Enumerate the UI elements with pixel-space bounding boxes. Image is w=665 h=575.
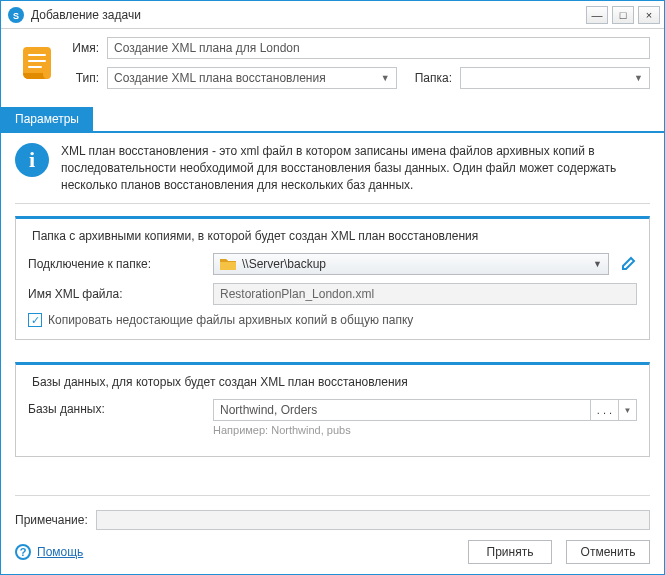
tab-parameters[interactable]: Параметры (1, 107, 93, 131)
chevron-down-icon: ▼ (624, 406, 632, 415)
group-backup-folder: Папка с архивными копиями, в которой буд… (15, 216, 650, 340)
connection-select[interactable]: \\Server\backup ▼ (213, 253, 609, 275)
type-select[interactable]: Создание XML плана восстановления ▼ (107, 67, 397, 89)
group-databases: Базы данных, для которых будет создан XM… (15, 362, 650, 457)
titlebar: S Добавление задачи — □ × (1, 1, 664, 29)
note-label: Примечание: (15, 513, 88, 527)
type-select-value: Создание XML плана восстановления (114, 71, 326, 85)
maximize-button[interactable]: □ (612, 6, 634, 24)
window: S Добавление задачи — □ × Имя: Тип: Созд… (0, 0, 665, 575)
app-icon: S (7, 6, 25, 24)
header-form: Имя: Тип: Создание XML плана восстановле… (1, 29, 664, 107)
folder-select[interactable]: ▼ (460, 67, 650, 89)
connection-label: Подключение к папке: (28, 257, 213, 271)
help-label: Помощь (37, 545, 83, 559)
group-backup-folder-title: Папка с архивными копиями, в которой буд… (28, 229, 482, 243)
xml-filename-label: Имя XML файла: (28, 287, 213, 301)
connection-value: \\Server\backup (242, 257, 326, 271)
info-text: XML план восстановления - это xml файл в… (61, 143, 650, 193)
footer: Примечание: ? Помощь Принять Отменить (1, 504, 664, 574)
minimize-button[interactable]: — (586, 6, 608, 24)
folder-label: Папка: (415, 71, 452, 85)
name-input[interactable] (107, 37, 650, 59)
type-label: Тип: (63, 71, 99, 85)
databases-hint: Например: Northwind, pubs (213, 424, 637, 436)
copy-missing-label: Копировать недостающие файлы архивных ко… (48, 313, 413, 327)
name-label: Имя: (63, 41, 99, 55)
copy-missing-checkbox[interactable]: ✓ (28, 313, 42, 327)
folder-icon (220, 257, 236, 271)
databases-browse-button[interactable]: . . . (591, 399, 619, 421)
tab-bar: Параметры (1, 107, 664, 131)
cancel-button[interactable]: Отменить (566, 540, 650, 564)
chevron-down-icon: ▼ (381, 73, 390, 83)
group-databases-title: Базы данных, для которых будет создан XM… (28, 375, 412, 389)
window-title: Добавление задачи (31, 8, 582, 22)
task-icon (15, 37, 63, 97)
databases-dropdown-button[interactable]: ▼ (619, 399, 637, 421)
help-link[interactable]: ? Помощь (15, 544, 83, 560)
ok-button[interactable]: Принять (468, 540, 552, 564)
note-input[interactable] (96, 510, 650, 530)
databases-label: Базы данных: (28, 399, 213, 416)
close-button[interactable]: × (638, 6, 660, 24)
info-banner: i XML план восстановления - это xml файл… (15, 143, 650, 204)
databases-input[interactable]: Northwind, Orders (213, 399, 591, 421)
chevron-down-icon: ▼ (593, 259, 602, 269)
xml-filename-input[interactable]: RestorationPlan_London.xml (213, 283, 637, 305)
tab-content: i XML план восстановления - это xml файл… (1, 133, 664, 495)
chevron-down-icon: ▼ (634, 73, 643, 83)
info-icon: i (15, 143, 49, 177)
help-icon: ? (15, 544, 31, 560)
svg-text:S: S (13, 11, 19, 21)
edit-connection-button[interactable] (621, 255, 637, 274)
